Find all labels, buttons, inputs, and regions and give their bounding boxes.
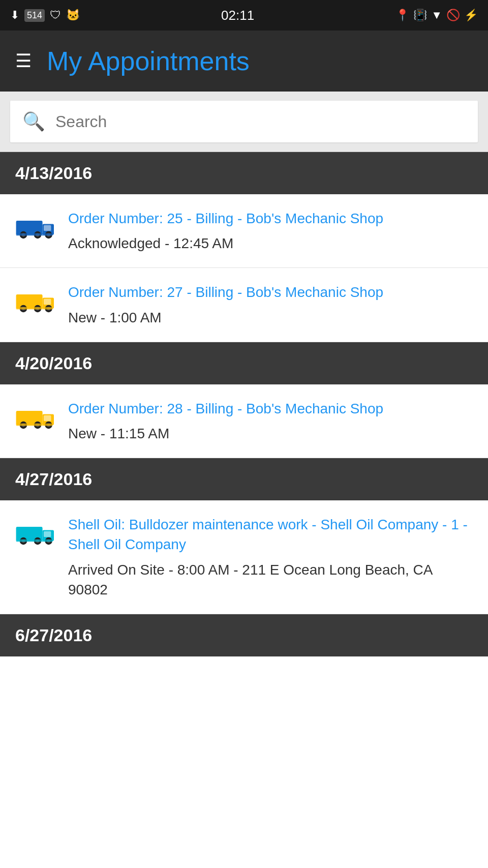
svg-rect-9 bbox=[16, 233, 53, 236]
appointment-item[interactable]: Order Number: 27 - Billing - Bob's Mecha… bbox=[0, 268, 488, 342]
appointment-status: Acknowledged - 12:45 AM bbox=[68, 233, 473, 253]
wifi-icon: ▼ bbox=[431, 9, 442, 22]
date-header: 4/20/2016 bbox=[0, 342, 488, 384]
battery-icon: ⚡ bbox=[464, 9, 478, 22]
download-icon: ⬇ bbox=[10, 9, 19, 22]
svg-rect-32 bbox=[44, 531, 51, 537]
date-header: 6/27/2016 bbox=[0, 614, 488, 656]
appointment-title: Order Number: 28 - Billing - Bob's Mecha… bbox=[68, 399, 473, 418]
truck-icon-blue bbox=[15, 208, 56, 244]
date-header: 4/13/2016 bbox=[0, 152, 488, 194]
status-bar-left-icons: ⬇ 514 🛡 🐱 bbox=[10, 9, 80, 22]
truck-icon-cyan bbox=[15, 515, 56, 550]
shield-icon: 🛡 bbox=[50, 9, 61, 22]
status-bar-time: 02:11 bbox=[221, 8, 254, 23]
appointment-status: Arrived On Site - 8:00 AM - 211 E Ocean … bbox=[68, 560, 473, 600]
vibrate-icon: 📳 bbox=[413, 9, 427, 22]
search-icon: 🔍 bbox=[22, 111, 45, 132]
appointment-status: New - 11:15 AM bbox=[68, 424, 473, 443]
truck-icon-yellow bbox=[15, 399, 56, 434]
location-icon: 📍 bbox=[395, 9, 409, 22]
appointment-item[interactable]: Shell Oil: Bulldozer maintenance work - … bbox=[0, 500, 488, 614]
appointment-content: Order Number: 25 - Billing - Bob's Mecha… bbox=[68, 208, 473, 253]
appointment-item[interactable]: Order Number: 25 - Billing - Bob's Mecha… bbox=[0, 194, 488, 268]
cat-icon: 🐱 bbox=[66, 9, 80, 22]
search-input[interactable] bbox=[55, 112, 466, 131]
appointment-title: Order Number: 25 - Billing - Bob's Mecha… bbox=[68, 208, 473, 228]
svg-rect-2 bbox=[44, 225, 51, 231]
menu-button[interactable]: ☰ bbox=[15, 52, 32, 70]
search-box: 🔍 bbox=[10, 101, 478, 142]
svg-rect-39 bbox=[16, 540, 53, 542]
appointment-status: New - 1:00 AM bbox=[68, 308, 473, 327]
appointment-title: Order Number: 27 - Billing - Bob's Mecha… bbox=[68, 282, 473, 302]
page-title: My Appointments bbox=[47, 46, 250, 76]
appointment-content: Order Number: 28 - Billing - Bob's Mecha… bbox=[68, 399, 473, 443]
badge-514-icon: 514 bbox=[24, 9, 45, 22]
search-container: 🔍 bbox=[0, 92, 488, 152]
svg-rect-19 bbox=[16, 307, 53, 310]
svg-rect-12 bbox=[44, 299, 51, 305]
appointment-item[interactable]: Order Number: 28 - Billing - Bob's Mecha… bbox=[0, 384, 488, 458]
status-bar: ⬇ 514 🛡 🐱 02:11 📍 📳 ▼ 🚫 ⚡ bbox=[0, 0, 488, 31]
svg-rect-29 bbox=[16, 424, 53, 426]
appointment-content: Shell Oil: Bulldozer maintenance work - … bbox=[68, 515, 473, 600]
appointment-title: Shell Oil: Bulldozer maintenance work - … bbox=[68, 515, 473, 554]
date-header: 4/27/2016 bbox=[0, 458, 488, 500]
svg-rect-22 bbox=[44, 415, 51, 421]
status-bar-right-icons: 📍 📳 ▼ 🚫 ⚡ bbox=[395, 9, 478, 22]
appointments-list: 4/13/2016 Order Number: 25 - Billing - B… bbox=[0, 152, 488, 656]
app-bar: ☰ My Appointments bbox=[0, 31, 488, 92]
appointment-content: Order Number: 27 - Billing - Bob's Mecha… bbox=[68, 282, 473, 327]
signal-off-icon: 🚫 bbox=[446, 9, 460, 22]
truck-icon-yellow bbox=[15, 282, 56, 318]
